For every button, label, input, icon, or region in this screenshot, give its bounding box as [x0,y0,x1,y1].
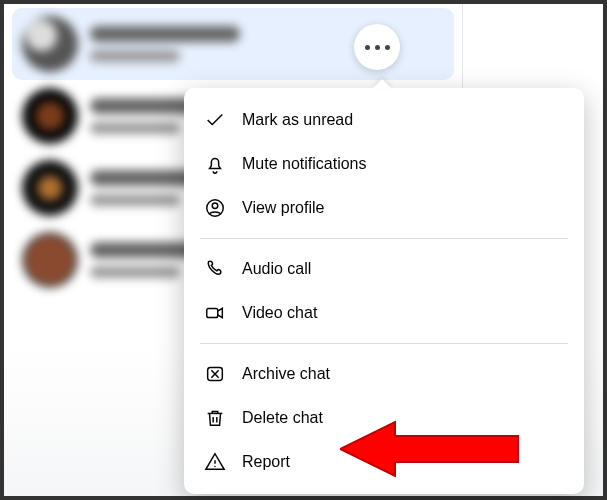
context-menu: Mark as unread Mute notifications View p… [184,88,584,494]
menu-item-label: View profile [242,199,324,217]
menu-item-label: Delete chat [242,409,323,427]
svg-point-4 [214,466,215,467]
screenshot-frame: Mark as unread Mute notifications View p… [0,0,607,500]
menu-item-delete[interactable]: Delete chat [184,396,584,440]
bell-icon [204,153,226,175]
chat-row-text [90,26,240,62]
profile-icon [204,197,226,219]
menu-item-report[interactable]: Report [184,440,584,484]
menu-item-archive[interactable]: Archive chat [184,352,584,396]
avatar [22,160,78,216]
video-icon [204,302,226,324]
menu-separator [200,238,568,239]
avatar [22,16,78,72]
menu-item-mute[interactable]: Mute notifications [184,142,584,186]
trash-icon [204,407,226,429]
ellipsis-icon [365,45,370,50]
check-icon [204,109,226,131]
menu-item-label: Mute notifications [242,155,367,173]
avatar [22,232,78,288]
menu-item-video-chat[interactable]: Video chat [184,291,584,335]
archive-icon [204,363,226,385]
menu-separator [200,343,568,344]
warning-icon [204,451,226,473]
menu-item-label: Archive chat [242,365,330,383]
menu-item-audio-call[interactable]: Audio call [184,247,584,291]
phone-icon [204,258,226,280]
menu-item-label: Video chat [242,304,317,322]
svg-point-1 [212,203,218,209]
menu-item-label: Report [242,453,290,471]
more-options-button[interactable] [354,24,400,70]
svg-rect-2 [207,308,218,317]
menu-item-view-profile[interactable]: View profile [184,186,584,230]
avatar [22,88,78,144]
menu-item-label: Audio call [242,260,311,278]
menu-item-mark-unread[interactable]: Mark as unread [184,98,584,142]
menu-item-label: Mark as unread [242,111,353,129]
